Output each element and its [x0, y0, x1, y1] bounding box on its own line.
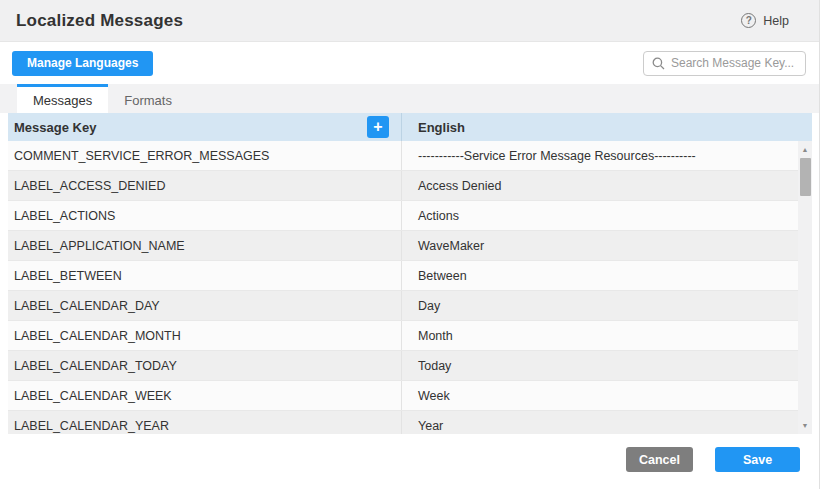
english-value-cell[interactable]: Between [401, 261, 798, 290]
table-row[interactable]: LABEL_CALENDAR_WEEKWeek [8, 381, 798, 411]
message-key-cell[interactable]: COMMENT_SERVICE_ERROR_MESSAGES [8, 141, 401, 170]
table-row[interactable]: COMMENT_SERVICE_ERROR_MESSAGES----------… [8, 141, 798, 171]
vertical-scrollbar[interactable]: ▲ ▼ [798, 141, 812, 434]
english-value-cell[interactable]: -----------Service Error Message Resourc… [401, 141, 798, 170]
message-key-cell[interactable]: LABEL_ACCESS_DENIED [8, 171, 401, 200]
column-header-message-key: Message Key + [8, 113, 401, 141]
scrollbar-thumb[interactable] [800, 158, 811, 196]
add-message-key-button[interactable]: + [367, 116, 389, 138]
tab-formats[interactable]: Formats [108, 84, 188, 113]
help-button[interactable]: ? Help [741, 13, 789, 28]
search-box[interactable] [643, 51, 806, 76]
message-key-cell[interactable]: LABEL_APPLICATION_NAME [8, 231, 401, 260]
message-key-cell[interactable]: LABEL_CALENDAR_TODAY [8, 351, 401, 380]
localized-messages-dialog: Localized Messages ? Help Manage Languag… [0, 0, 820, 489]
dialog-footer: Cancel Save [0, 434, 819, 472]
dialog-header: Localized Messages ? Help [0, 0, 819, 42]
english-value-cell[interactable]: Month [401, 321, 798, 350]
table-row[interactable]: LABEL_CALENDAR_DAYDay [8, 291, 798, 321]
search-icon [652, 57, 665, 70]
table-header: Message Key + English [8, 113, 812, 141]
manage-languages-button[interactable]: Manage Languages [12, 51, 153, 76]
table-row[interactable]: LABEL_CALENDAR_YEARYear [8, 411, 798, 434]
help-label: Help [763, 14, 789, 28]
message-key-cell[interactable]: LABEL_CALENDAR_MONTH [8, 321, 401, 350]
table-body: COMMENT_SERVICE_ERROR_MESSAGES----------… [8, 141, 812, 434]
english-column-label: English [418, 120, 465, 135]
table-row[interactable]: LABEL_APPLICATION_NAMEWaveMaker [8, 231, 798, 261]
message-key-cell[interactable]: LABEL_CALENDAR_YEAR [8, 411, 401, 434]
english-value-cell[interactable]: Actions [401, 201, 798, 230]
table-row[interactable]: LABEL_CALENDAR_MONTHMonth [8, 321, 798, 351]
column-header-english: English [401, 113, 812, 141]
english-value-cell[interactable]: Today [401, 351, 798, 380]
table-row[interactable]: LABEL_ACTIONSActions [8, 201, 798, 231]
tab-bar: Messages Formats [0, 84, 819, 113]
toolbar: Manage Languages [0, 42, 819, 84]
message-key-cell[interactable]: LABEL_CALENDAR_DAY [8, 291, 401, 320]
help-icon: ? [741, 13, 756, 28]
scroll-down-icon[interactable]: ▼ [802, 417, 809, 434]
english-value-cell[interactable]: Year [401, 411, 798, 434]
cancel-button[interactable]: Cancel [626, 447, 693, 472]
tab-messages[interactable]: Messages [17, 84, 108, 113]
message-key-cell[interactable]: LABEL_BETWEEN [8, 261, 401, 290]
english-value-cell[interactable]: Access Denied [401, 171, 798, 200]
table-row[interactable]: LABEL_ACCESS_DENIEDAccess Denied [8, 171, 798, 201]
english-value-cell[interactable]: Week [401, 381, 798, 410]
messages-table: Message Key + English COMMENT_SERVICE_ER… [8, 113, 812, 434]
page-title: Localized Messages [16, 11, 183, 31]
save-button[interactable]: Save [715, 447, 800, 472]
table-row[interactable]: LABEL_BETWEENBetween [8, 261, 798, 291]
english-value-cell[interactable]: Day [401, 291, 798, 320]
message-key-cell[interactable]: LABEL_ACTIONS [8, 201, 401, 230]
table-row[interactable]: LABEL_CALENDAR_TODAYToday [8, 351, 798, 381]
message-key-column-label: Message Key [14, 120, 96, 135]
search-input[interactable] [671, 56, 797, 70]
english-value-cell[interactable]: WaveMaker [401, 231, 798, 260]
message-key-cell[interactable]: LABEL_CALENDAR_WEEK [8, 381, 401, 410]
scroll-up-icon[interactable]: ▲ [802, 141, 809, 158]
